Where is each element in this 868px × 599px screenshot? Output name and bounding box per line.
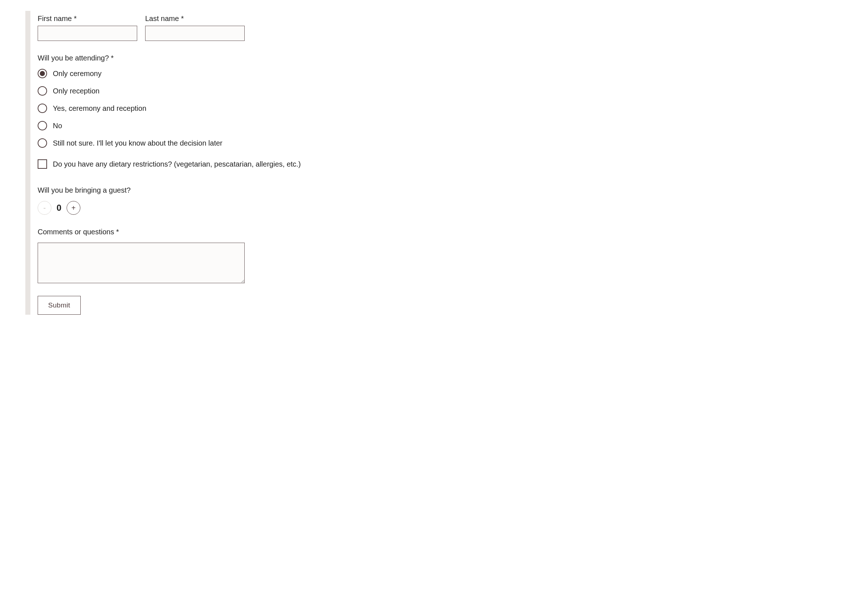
radio-label: Only ceremony bbox=[53, 69, 102, 78]
radio-only-reception[interactable]: Only reception bbox=[38, 86, 363, 96]
checkbox-icon bbox=[38, 160, 47, 169]
stepper-minus-button[interactable]: - bbox=[38, 201, 51, 215]
first-name-group: First name * bbox=[38, 15, 137, 41]
attending-section: Will you be attending? * Only ceremony O… bbox=[38, 54, 363, 148]
radio-label: Only reception bbox=[53, 87, 99, 95]
dietary-label: Do you have any dietary restrictions? (v… bbox=[53, 160, 301, 169]
rsvp-form-page: First name * Last name * Will you be att… bbox=[0, 0, 868, 336]
stepper-plus-button[interactable]: + bbox=[67, 201, 80, 215]
radio-no[interactable]: No bbox=[38, 121, 363, 130]
dietary-checkbox-row[interactable]: Do you have any dietary restrictions? (v… bbox=[38, 160, 363, 169]
radio-icon bbox=[38, 86, 47, 96]
radio-icon bbox=[38, 104, 47, 113]
radio-icon bbox=[38, 138, 47, 148]
last-name-input[interactable] bbox=[145, 26, 245, 41]
comments-label: Comments or questions * bbox=[38, 228, 363, 236]
last-name-label: Last name * bbox=[145, 15, 245, 23]
guest-section: Will you be bringing a guest? - 0 + bbox=[38, 186, 363, 215]
radio-both[interactable]: Yes, ceremony and reception bbox=[38, 104, 363, 113]
form-container: First name * Last name * Will you be att… bbox=[38, 15, 363, 315]
radio-label: No bbox=[53, 122, 62, 130]
vertical-accent-stripe bbox=[26, 11, 30, 315]
stepper-value: 0 bbox=[56, 203, 62, 213]
radio-icon bbox=[38, 121, 47, 130]
attending-label: Will you be attending? * bbox=[38, 54, 363, 62]
first-name-input[interactable] bbox=[38, 26, 137, 41]
radio-only-ceremony[interactable]: Only ceremony bbox=[38, 69, 363, 78]
radio-not-sure[interactable]: Still not sure. I'll let you know about … bbox=[38, 138, 363, 148]
guest-stepper: - 0 + bbox=[38, 201, 363, 215]
radio-label: Yes, ceremony and reception bbox=[53, 104, 146, 113]
guest-label: Will you be bringing a guest? bbox=[38, 186, 363, 194]
attending-radio-list: Only ceremony Only reception Yes, ceremo… bbox=[38, 69, 363, 148]
radio-label: Still not sure. I'll let you know about … bbox=[53, 139, 222, 147]
first-name-label: First name * bbox=[38, 15, 137, 23]
radio-icon bbox=[38, 69, 47, 78]
submit-button[interactable]: Submit bbox=[38, 296, 81, 315]
name-row: First name * Last name * bbox=[38, 15, 363, 41]
last-name-group: Last name * bbox=[145, 15, 245, 41]
comments-section: Comments or questions * bbox=[38, 228, 363, 285]
comments-textarea[interactable] bbox=[38, 243, 245, 283]
